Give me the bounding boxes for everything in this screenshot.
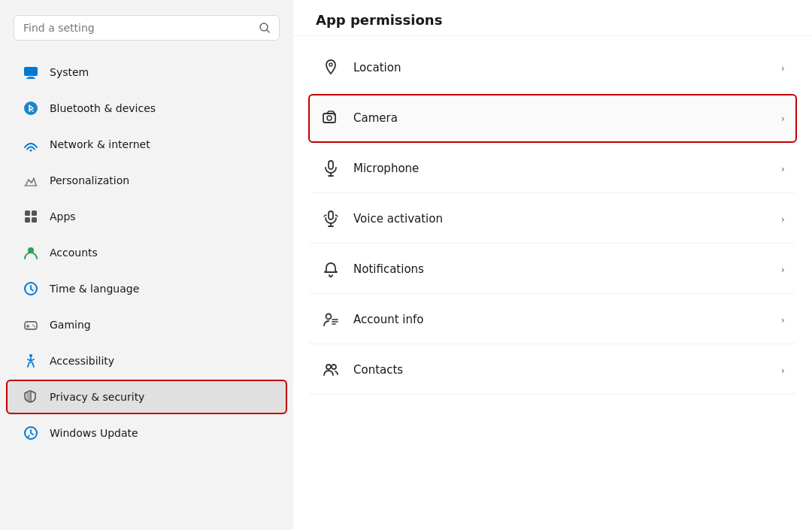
chevron-icon: › <box>781 314 785 326</box>
sidebar-item-update[interactable]: Windows Update <box>6 416 287 450</box>
svg-point-17 <box>34 326 35 328</box>
main-content: App permissions Location › <box>293 0 812 530</box>
svg-point-21 <box>329 63 332 66</box>
sidebar-item-accessibility[interactable]: Accessibility <box>6 344 287 378</box>
svg-point-24 <box>334 114 335 116</box>
sidebar-item-system[interactable]: System <box>6 55 287 89</box>
svg-rect-9 <box>25 217 30 223</box>
svg-point-18 <box>29 354 32 357</box>
permission-camera[interactable]: Camera › <box>308 94 797 143</box>
svg-point-31 <box>326 314 332 320</box>
sidebar-item-privacy[interactable]: Privacy & security <box>6 380 287 414</box>
svg-rect-8 <box>32 210 37 216</box>
svg-rect-7 <box>25 210 30 216</box>
chevron-icon: › <box>781 365 785 376</box>
svg-rect-3 <box>28 77 34 78</box>
search-icon <box>259 23 270 33</box>
sidebar-item-network[interactable]: Network & internet <box>6 127 287 162</box>
svg-line-1 <box>267 30 269 32</box>
sidebar-item-label: Bluetooth & devices <box>50 102 156 114</box>
sidebar-item-label: Accounts <box>50 247 98 259</box>
sidebar-item-personalization[interactable]: Personalization <box>6 163 287 198</box>
accounts-icon <box>23 244 39 261</box>
notifications-icon <box>320 259 341 280</box>
svg-point-36 <box>332 365 336 369</box>
permission-label: Contacts <box>353 363 769 377</box>
permission-label: Account info <box>353 313 769 326</box>
sidebar-item-apps[interactable]: Apps <box>6 199 287 234</box>
bluetooth-icon <box>23 100 39 117</box>
permission-account-info[interactable]: Account info › <box>308 295 797 344</box>
svg-rect-22 <box>323 114 335 123</box>
voice-icon <box>320 208 341 229</box>
sidebar-item-label: Gaming <box>50 319 91 331</box>
system-icon <box>23 64 39 80</box>
gaming-icon <box>23 316 39 333</box>
location-icon <box>320 57 341 78</box>
permission-voice[interactable]: Voice activation › <box>308 195 797 244</box>
apps-icon <box>23 208 39 225</box>
svg-point-6 <box>30 150 32 152</box>
permission-label: Voice activation <box>353 212 769 226</box>
accessibility-icon <box>23 353 39 369</box>
account-info-icon <box>320 309 341 330</box>
svg-point-35 <box>326 365 331 369</box>
sidebar-item-label: Time & language <box>50 283 139 295</box>
sidebar: System Bluetooth & devices Network & int… <box>0 0 293 530</box>
svg-rect-13 <box>25 322 37 329</box>
sidebar-item-gaming[interactable]: Gaming <box>6 307 287 342</box>
chevron-icon: › <box>781 214 785 225</box>
permission-list: Location › Camera › <box>293 36 812 402</box>
sidebar-item-accounts[interactable]: Accounts <box>6 235 287 270</box>
chevron-icon: › <box>781 113 785 124</box>
privacy-icon <box>23 389 39 405</box>
permission-location[interactable]: Location › <box>308 44 797 92</box>
permission-label: Microphone <box>353 162 769 175</box>
chevron-icon: › <box>781 163 785 174</box>
section-title: App permissions <box>293 0 812 36</box>
svg-rect-28 <box>329 211 333 220</box>
permission-label: Location <box>353 61 769 74</box>
contacts-icon <box>320 359 341 380</box>
search-box[interactable] <box>14 15 280 41</box>
permission-label: Camera <box>353 111 769 125</box>
svg-rect-2 <box>24 67 38 76</box>
chevron-icon: › <box>781 264 785 275</box>
personalization-icon <box>23 172 39 189</box>
update-icon <box>23 425 39 441</box>
permission-contacts[interactable]: Contacts › <box>308 346 797 395</box>
network-icon <box>23 136 39 153</box>
svg-point-16 <box>32 325 34 326</box>
permission-microphone[interactable]: Microphone › <box>308 144 797 193</box>
svg-point-5 <box>24 101 38 115</box>
time-icon <box>23 280 39 297</box>
camera-icon <box>320 108 341 129</box>
sidebar-item-bluetooth[interactable]: Bluetooth & devices <box>6 91 287 126</box>
sidebar-item-label: Accessibility <box>50 355 114 367</box>
sidebar-item-label: System <box>50 66 89 78</box>
svg-rect-4 <box>26 78 35 80</box>
sidebar-item-label: Apps <box>50 210 76 223</box>
svg-rect-10 <box>32 217 37 223</box>
sidebar-item-label: Personalization <box>50 174 129 186</box>
permission-label: Notifications <box>353 262 769 276</box>
chevron-icon: › <box>781 62 785 74</box>
sidebar-item-label: Windows Update <box>50 427 138 439</box>
svg-point-23 <box>327 116 332 120</box>
sidebar-item-time[interactable]: Time & language <box>6 271 287 306</box>
sidebar-item-label: Privacy & security <box>50 391 144 403</box>
sidebar-item-label: Network & internet <box>50 138 150 150</box>
svg-rect-25 <box>329 161 333 169</box>
search-input[interactable] <box>23 22 253 34</box>
microphone-icon <box>320 158 341 179</box>
permission-notifications[interactable]: Notifications › <box>308 245 797 294</box>
